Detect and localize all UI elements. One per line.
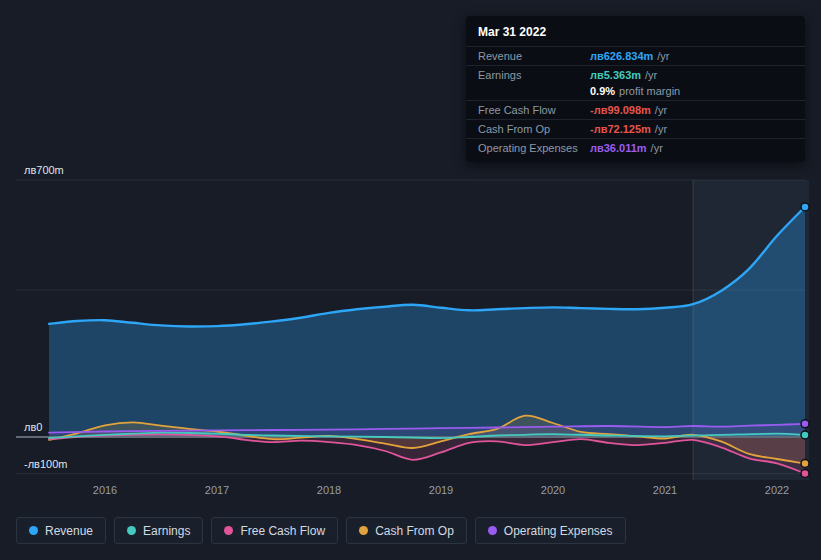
tooltip-row-operating-expenses: Operating Expenses лв36.011m/yr [466,138,805,157]
x-axis-label: 2021 [653,484,677,496]
tooltip-row-suffix: /yr [657,50,669,62]
tooltip-row-value: лв36.011m [590,142,647,154]
tooltip-row-free-cash-flow: Free Cash Flow -лв99.098m/yr [466,100,805,119]
tooltip-row-label: Cash From Op [478,122,590,136]
tooltip-row-value: лв5.363m [590,69,641,81]
tooltip-row-suffix: /yr [645,69,657,81]
x-axis-label: 2022 [765,484,789,496]
x-axis-label: 2020 [541,484,565,496]
tooltip-row-value: 0.9% [590,85,615,97]
revenue-area [49,207,805,437]
tooltip-row-earnings: Earnings лв5.363m/yr [466,65,805,84]
legend-item-cash-from-op[interactable]: Cash From Op [346,517,467,544]
legend: Revenue Earnings Free Cash Flow Cash Fro… [16,517,626,544]
tooltip-row-suffix: /yr [655,104,667,116]
legend-label: Operating Expenses [504,524,613,538]
tooltip-row-label: Free Cash Flow [478,103,590,117]
x-axis-label: 2016 [93,484,117,496]
legend-label: Earnings [143,524,190,538]
tooltip-row-value: лв626.834m [590,50,653,62]
legend-label: Free Cash Flow [240,524,325,538]
tooltip-date: Mar 31 2022 [466,16,805,46]
legend-label: Revenue [45,524,93,538]
tooltip-row-label: Revenue [478,49,590,63]
tooltip-row-revenue: Revenue лв626.834m/yr [466,46,805,65]
tooltip-row-profit-margin: 0.9%profit margin [466,84,805,100]
tooltip-row-suffix: /yr [651,142,663,154]
legend-item-earnings[interactable]: Earnings [114,517,203,544]
legend-color-dot [359,526,368,535]
tooltip-row-suffix: profit margin [619,85,680,97]
tooltip-row-suffix: /yr [655,123,667,135]
tooltip-row-value: -лв72.125m [590,123,651,135]
y-axis-label-neg100m: -лв100m [24,458,67,470]
operating-expenses-endpoint-dot [801,420,809,428]
legend-color-dot [224,526,233,535]
x-axis-label: 2017 [205,484,229,496]
tooltip-panel: Mar 31 2022 Revenue лв626.834m/yr Earnin… [466,16,805,162]
x-axis-label: 2019 [429,484,453,496]
legend-color-dot [127,526,136,535]
revenue-endpoint-dot [801,203,809,211]
legend-color-dot [29,526,38,535]
legend-item-operating-expenses[interactable]: Operating Expenses [475,517,626,544]
cash-from-op-endpoint-dot [801,460,809,468]
tooltip-row-cash-from-op: Cash From Op -лв72.125m/yr [466,119,805,138]
y-axis-label-zero: лв0 [24,421,42,433]
tooltip-row-value: -лв99.098m [590,104,651,116]
tooltip-row-label: Earnings [478,68,590,82]
tooltip-row-label: Operating Expenses [478,141,590,155]
free-cash-flow-endpoint-dot [801,469,809,477]
y-axis-label-700m: лв700m [24,164,64,176]
legend-item-revenue[interactable]: Revenue [16,517,106,544]
legend-item-free-cash-flow[interactable]: Free Cash Flow [211,517,338,544]
x-axis-label: 2018 [317,484,341,496]
legend-label: Cash From Op [375,524,454,538]
legend-color-dot [488,526,497,535]
earnings-endpoint-dot [801,431,809,439]
